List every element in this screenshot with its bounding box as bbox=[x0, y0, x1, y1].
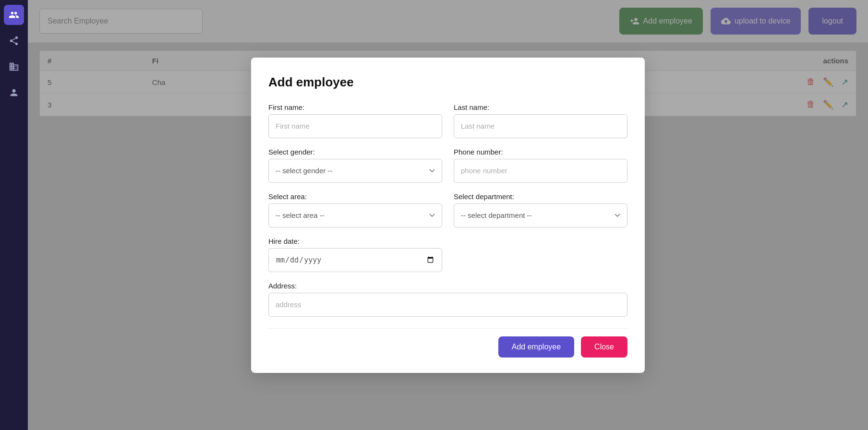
address-input[interactable] bbox=[268, 293, 627, 317]
modal-title: Add employee bbox=[268, 75, 627, 90]
modal-add-button[interactable]: Add employee bbox=[498, 336, 574, 358]
modal-footer: Add employee Close bbox=[268, 328, 627, 358]
phone-input[interactable] bbox=[454, 159, 627, 183]
last-name-label: Last name: bbox=[454, 103, 627, 111]
sidebar-item-person[interactable] bbox=[4, 83, 24, 103]
sidebar-item-share[interactable] bbox=[4, 31, 24, 51]
phone-label: Phone number: bbox=[454, 148, 627, 156]
form-group-last-name: Last name: bbox=[454, 103, 627, 138]
form-group-first-name: First name: bbox=[268, 103, 442, 138]
first-name-input[interactable] bbox=[268, 114, 442, 138]
last-name-input[interactable] bbox=[454, 114, 627, 138]
sidebar-item-building[interactable] bbox=[4, 57, 24, 77]
form-row-gender-phone: Select gender: -- select gender -- Male … bbox=[268, 148, 627, 183]
main-content: Add employee upload to device logout # F… bbox=[28, 0, 868, 430]
form-group-phone: Phone number: bbox=[454, 148, 627, 183]
form-row-hire-date: Hire date: bbox=[268, 237, 627, 272]
form-group-gender: Select gender: -- select gender -- Male … bbox=[268, 148, 442, 183]
form-row-names: First name: Last name: bbox=[268, 103, 627, 138]
hire-date-label: Hire date: bbox=[268, 237, 442, 245]
area-label: Select area: bbox=[268, 192, 442, 201]
address-label: Address: bbox=[268, 282, 627, 290]
sidebar-item-people[interactable] bbox=[4, 5, 24, 25]
sidebar bbox=[0, 0, 28, 430]
area-select[interactable]: -- select area -- bbox=[268, 203, 442, 227]
add-employee-modal: Add employee First name: Last name: Sele… bbox=[251, 58, 645, 373]
department-label: Select department: bbox=[454, 192, 627, 201]
form-group-department: Select department: -- select department … bbox=[454, 192, 627, 227]
modal-close-button[interactable]: Close bbox=[581, 336, 627, 358]
gender-select[interactable]: -- select gender -- Male Female Other bbox=[268, 159, 442, 183]
form-group-address: Address: bbox=[268, 282, 627, 317]
form-group-area: Select area: -- select area -- bbox=[268, 192, 442, 227]
form-row-area-dept: Select area: -- select area -- Select de… bbox=[268, 192, 627, 227]
gender-label: Select gender: bbox=[268, 148, 442, 156]
first-name-label: First name: bbox=[268, 103, 442, 111]
department-select[interactable]: -- select department -- bbox=[454, 203, 627, 227]
modal-overlay: Add employee First name: Last name: Sele… bbox=[28, 0, 868, 430]
hire-date-input[interactable] bbox=[268, 248, 442, 272]
form-group-hire-date: Hire date: bbox=[268, 237, 442, 272]
